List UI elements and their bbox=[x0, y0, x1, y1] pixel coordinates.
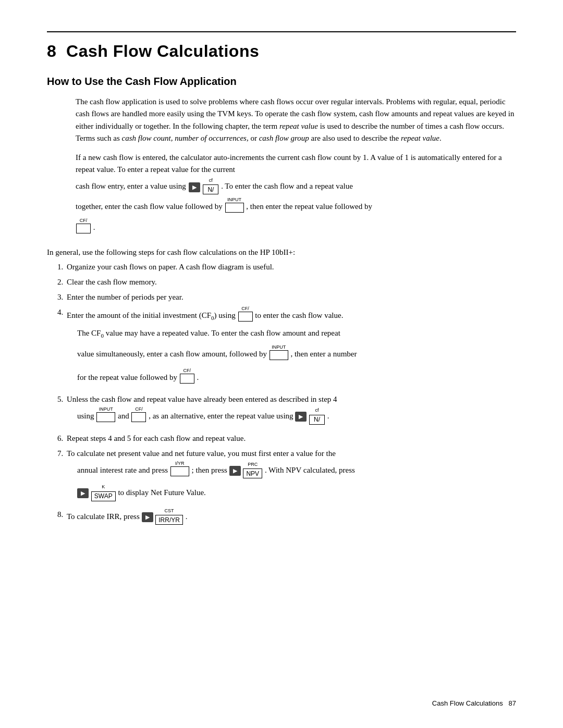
npv-super: PRC bbox=[243, 462, 262, 467]
list-item-5: 5. Unless the cash flow and repeat value… bbox=[47, 393, 516, 429]
cf-superscript-1: cf bbox=[203, 178, 218, 183]
list-num-4: 4. bbox=[47, 306, 67, 318]
npv-key: PRC NPV bbox=[243, 462, 262, 479]
list-content-5b: using INPUT and CF/ , as an alternative,… bbox=[47, 407, 329, 426]
list-content-4a: Enter the amount of the initial investme… bbox=[67, 306, 343, 325]
list-item-1: 1. Organize your cash flows on paper. A … bbox=[47, 261, 516, 273]
cf-key-main-5 bbox=[131, 412, 146, 422]
list-item-4: 4. Enter the amount of the initial inves… bbox=[47, 306, 516, 390]
page: 8 Cash Flow Calculations How to Use the … bbox=[0, 0, 563, 728]
input-super-5: INPUT bbox=[96, 407, 115, 412]
input-key-1: INPUT bbox=[225, 198, 244, 216]
sub-0-b: 0 bbox=[101, 332, 104, 339]
cf-key-main-4 bbox=[238, 312, 253, 322]
and-text: and bbox=[118, 412, 131, 420]
list-content-4b: The CF0 value may have a repeated value.… bbox=[47, 327, 340, 340]
shift-key-7: ▶ bbox=[229, 466, 241, 476]
n-key-label-1: N/ bbox=[203, 184, 218, 194]
cf-key-4b: CF/ bbox=[180, 368, 194, 387]
shift-key-7b: ▶ bbox=[77, 488, 89, 498]
list-num-3: 3. bbox=[47, 291, 67, 303]
input-key-main-5 bbox=[96, 412, 115, 422]
paragraph-2c: together, enter the cash flow value foll… bbox=[47, 198, 516, 216]
n-super-5: cf bbox=[309, 408, 325, 413]
list-item-8: 8. To calculate IRR, press ▶ CST IRR/YR … bbox=[47, 509, 516, 526]
list-content-8: To calculate IRR, press ▶ CST IRR/YR . bbox=[67, 509, 516, 526]
input-key-4: INPUT bbox=[270, 345, 288, 364]
cf-key-1: CF/ bbox=[76, 218, 91, 237]
n-key-1: cf N/ bbox=[203, 178, 218, 195]
list-content-2: Clear the cash flow memory. bbox=[67, 276, 516, 288]
iyr-super: I/YR bbox=[170, 461, 189, 466]
input-superscript-1: INPUT bbox=[225, 198, 244, 202]
list-num-7: 7. bbox=[47, 448, 67, 460]
list-num-6: 6. bbox=[47, 433, 67, 445]
n-key-5: cf N/ bbox=[309, 408, 325, 425]
steps-list: 1. Organize your cash flows on paper. A … bbox=[47, 261, 516, 526]
shift-key-1: ▶ bbox=[189, 181, 200, 193]
list-content-7a: To calculate net present value and net f… bbox=[67, 448, 336, 460]
cf-key-label-1 bbox=[76, 224, 91, 233]
cf-superscript-2: CF/ bbox=[76, 218, 91, 223]
list-content-5a: Unless the cash flow and repeat value ha… bbox=[67, 393, 337, 405]
shift-arrow-icon-1: ▶ bbox=[189, 182, 200, 192]
list-num-5: 5. bbox=[47, 393, 67, 405]
footer-page: 87 bbox=[509, 699, 516, 707]
paragraph-3-intro: In general, use the following steps for … bbox=[47, 246, 516, 258]
sub-0-a: 0 bbox=[211, 315, 214, 321]
input-key-5: INPUT bbox=[96, 407, 115, 426]
irr-key-main: IRR/YR bbox=[155, 515, 183, 525]
swap-super: K bbox=[91, 485, 116, 489]
n-key-main-5: N/ bbox=[309, 415, 325, 425]
input-super-4: INPUT bbox=[270, 345, 288, 350]
shift-key-8: ▶ bbox=[142, 512, 153, 522]
swap-key-main: SWAP bbox=[91, 491, 116, 501]
cf-super-5: CF/ bbox=[131, 407, 146, 412]
paragraph-2d: CF/ . bbox=[47, 218, 516, 237]
footer: Cash Flow Calculations 87 bbox=[432, 699, 516, 707]
input-key-main-4 bbox=[270, 350, 288, 360]
list-item-3: 3. Enter the number of periods per year. bbox=[47, 291, 516, 303]
iyr-key: I/YR bbox=[170, 461, 189, 480]
top-rule bbox=[47, 31, 516, 32]
list-item-2: 2. Clear the cash flow memory. bbox=[47, 276, 516, 288]
paragraph-2b: cash flow entry, enter a value using ▶ c… bbox=[47, 178, 516, 195]
list-num-2: 2. bbox=[47, 276, 67, 288]
list-content-3: Enter the number of periods per year. bbox=[67, 291, 516, 303]
shift-key-5: ▶ bbox=[295, 412, 307, 422]
list-num-8: 8. bbox=[47, 509, 67, 521]
paragraph-1: The cash flow application is used to sol… bbox=[47, 96, 516, 144]
list-num-1: 1. bbox=[47, 261, 67, 273]
list-item-7: 7. To calculate net present value and ne… bbox=[47, 448, 516, 505]
cf-super-4: CF/ bbox=[238, 306, 253, 311]
list-content-4c: value simultaneously, enter a cash flow … bbox=[47, 345, 357, 364]
cf-key-5: CF/ bbox=[131, 407, 146, 426]
list-content-6: Repeat steps 4 and 5 for each cash flow … bbox=[67, 433, 516, 445]
input-key-label-1 bbox=[225, 203, 244, 213]
list-content-7c: ▶ K SWAP to display Net Future Value. bbox=[47, 485, 206, 502]
irr-key: CST IRR/YR bbox=[155, 509, 183, 526]
npv-key-main: NPV bbox=[243, 468, 262, 478]
iyr-key-main bbox=[170, 466, 189, 476]
footer-text: Cash Flow Calculations bbox=[432, 699, 503, 707]
cf-super-4b: CF/ bbox=[180, 368, 194, 373]
cf-key-main-4b bbox=[180, 374, 194, 384]
section-title: How to Use the Cash Flow Application bbox=[47, 76, 516, 88]
paragraph-2a: If a new cash flow is entered, the calcu… bbox=[47, 152, 516, 176]
chapter-title: 8 Cash Flow Calculations bbox=[47, 42, 516, 61]
cf-key-4: CF/ bbox=[238, 306, 253, 325]
list-item-6: 6. Repeat steps 4 and 5 for each cash fl… bbox=[47, 433, 516, 445]
list-content-7b: annual interest rate and press I/YR ; th… bbox=[47, 461, 355, 480]
irr-super: CST bbox=[155, 509, 183, 513]
list-content-1: Organize your cash flows on paper. A cas… bbox=[67, 261, 516, 273]
swap-key: K SWAP bbox=[91, 485, 116, 502]
list-content-4d: for the repeat value followed by CF/ . bbox=[47, 368, 199, 387]
